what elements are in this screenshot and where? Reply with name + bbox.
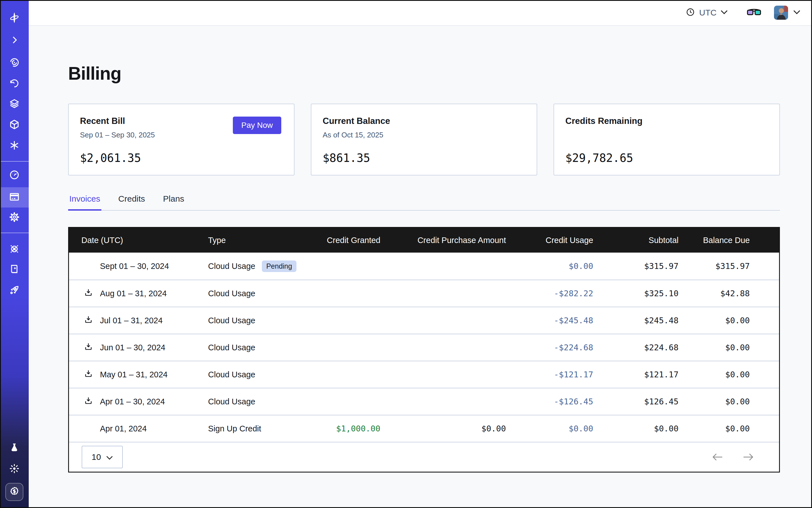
balance-due-cell: $42.88 <box>679 280 779 307</box>
table-body: Sept 01 – 30, 2024 Cloud Usage Pending $… <box>69 253 779 442</box>
invoice-row: Apr 01, 2024 Sign Up Credit $1,000.00 $0… <box>69 415 779 442</box>
timezone-selector[interactable]: UTC <box>686 7 728 18</box>
chevron-right-icon <box>9 34 20 47</box>
credit-granted-cell: $1,000.00 <box>301 415 380 442</box>
credit-granted-cell <box>301 307 380 334</box>
rocket-icon <box>9 285 20 297</box>
invoice-row: Sept 01 – 30, 2024 Cloud Usage Pending $… <box>69 253 779 280</box>
sidebar-item-expand[interactable] <box>0 31 29 51</box>
credit-usage-cell: $0.00 <box>506 253 593 280</box>
credit-purchase-cell <box>380 253 506 280</box>
column-header-credit-usage: Credit Usage <box>506 236 593 245</box>
sidebar-item-launch[interactable] <box>0 281 29 301</box>
sidebar-item-labs[interactable] <box>0 438 29 458</box>
main-content: Billing Recent Bill Sep 01 – Sep 30, 202… <box>29 26 812 508</box>
sidebar-item-dashboard[interactable] <box>0 165 29 185</box>
sidebar-item-docs[interactable] <box>0 260 29 280</box>
credit-purchase-cell <box>380 388 506 415</box>
credits-remaining-card: Credits Remaining $29,782.65 <box>554 103 780 175</box>
download-icon <box>84 369 93 380</box>
credit-purchase-cell <box>380 361 506 388</box>
download-invoice-button[interactable] <box>84 315 93 326</box>
invoice-type-cell: Cloud Usage <box>208 388 301 415</box>
sidebar-item-cube[interactable] <box>0 115 29 135</box>
download-invoice-button[interactable] <box>84 342 93 353</box>
credit-purchase-cell: $0.00 <box>380 415 506 442</box>
sidebar-item-observe[interactable] <box>0 53 29 73</box>
invoice-row: Jul 01 – 31, 2024 Cloud Usage -$245.48 $… <box>69 307 779 334</box>
card-amount: $861.35 <box>323 152 524 164</box>
download-invoice-button[interactable] <box>84 288 93 299</box>
card-title: Current Balance <box>323 116 524 126</box>
balance-due-cell: $0.00 <box>679 361 779 388</box>
invoice-type-cell: Cloud Usage <box>208 307 301 334</box>
dollar-badge-icon <box>9 486 20 498</box>
credit-granted-cell <box>301 253 380 280</box>
download-invoice-button[interactable] <box>84 396 93 407</box>
invoice-row: May 01 – 31, 2024 Cloud Usage -$121.17 $… <box>69 361 779 388</box>
tab-credits[interactable]: Credits <box>117 194 146 210</box>
invoice-type: Cloud Usage <box>208 316 255 325</box>
credit-usage-cell: -$121.17 <box>506 361 593 388</box>
tab-plans[interactable]: Plans <box>162 194 185 210</box>
invoice-date: Apr 01, 2024 <box>100 424 147 433</box>
layers-icon <box>9 98 20 111</box>
invoice-date-cell: Apr 01 – 30, 2024 <box>69 388 208 415</box>
account-menu-button[interactable] <box>793 10 801 15</box>
tab-invoices[interactable]: Invoices <box>68 194 101 211</box>
sidebar-item-settings[interactable] <box>0 208 29 228</box>
balance-due-cell: $0.00 <box>679 388 779 415</box>
orbit-logo-icon <box>9 12 20 25</box>
gauge-icon <box>9 169 20 182</box>
pay-now-button[interactable]: Pay Now <box>233 117 281 134</box>
page-size-value: 10 <box>91 452 101 462</box>
sidebar-item-asterisk[interactable] <box>0 136 29 156</box>
invoice-date: Aug 01 – 31, 2024 <box>100 289 167 298</box>
download-icon <box>84 342 93 353</box>
invoice-type-cell: Cloud Usage <box>208 280 301 307</box>
credit-usage-cell: -$224.68 <box>506 334 593 361</box>
credit-granted-cell <box>301 280 380 307</box>
column-header-credit-granted: Credit Granted <box>301 236 380 245</box>
current-balance-card: Current Balance As of Oct 15, 2025 $861.… <box>311 103 537 175</box>
chevron-down-icon <box>793 10 801 15</box>
avatar[interactable] <box>774 6 788 20</box>
sidebar <box>0 0 29 508</box>
next-page-button[interactable] <box>742 453 754 461</box>
sidebar-item-layers[interactable] <box>0 94 29 114</box>
book-sparkle-icon <box>9 263 20 276</box>
sidebar-item-theme[interactable] <box>0 459 29 479</box>
credit-granted-cell <box>301 361 380 388</box>
prev-page-button[interactable] <box>712 453 724 461</box>
invoice-row: Aug 01 – 31, 2024 Cloud Usage -$282.22 $… <box>69 280 779 307</box>
sidebar-item-billing[interactable] <box>0 187 29 208</box>
subtotal-cell: $126.45 <box>593 388 679 415</box>
download-icon <box>84 315 93 326</box>
subtotal-cell: $325.10 <box>593 280 679 307</box>
invoice-date-cell: Sept 01 – 30, 2024 <box>69 253 208 280</box>
column-header-credit-purchase: Credit Purchase Amount <box>380 236 506 245</box>
credit-usage-cell: -$245.48 <box>506 307 593 334</box>
observe-spiral-icon <box>9 57 20 69</box>
invoice-type: Cloud Usage <box>208 370 255 379</box>
glasses-button[interactable] <box>746 7 762 18</box>
glasses-icon <box>746 7 762 18</box>
recent-bill-card: Recent Bill Sep 01 – Sep 30, 2025 $2,061… <box>68 103 295 175</box>
sidebar-item-rewards[interactable] <box>5 483 24 501</box>
balance-due-cell: $0.00 <box>679 307 779 334</box>
invoice-type-cell: Cloud Usage <box>208 361 301 388</box>
invoice-date-cell: Aug 01 – 31, 2024 <box>69 280 208 307</box>
invoice-date-cell: Jun 01 – 30, 2024 <box>69 334 208 361</box>
download-invoice-button[interactable] <box>84 369 93 380</box>
asterisk-icon <box>9 140 20 152</box>
card-title: Credits Remaining <box>565 116 767 126</box>
credit-purchase-cell <box>380 307 506 334</box>
invoice-type: Cloud Usage <box>208 343 255 352</box>
page-size-select[interactable]: 10 <box>82 446 123 468</box>
pagination-arrows <box>712 453 754 461</box>
sidebar-item-history[interactable] <box>0 74 29 94</box>
invoice-type: Cloud Usage <box>208 262 255 271</box>
sidebar-item-support[interactable] <box>0 239 29 260</box>
invoice-type: Cloud Usage <box>208 289 255 298</box>
sidebar-item-logo[interactable] <box>0 8 29 29</box>
